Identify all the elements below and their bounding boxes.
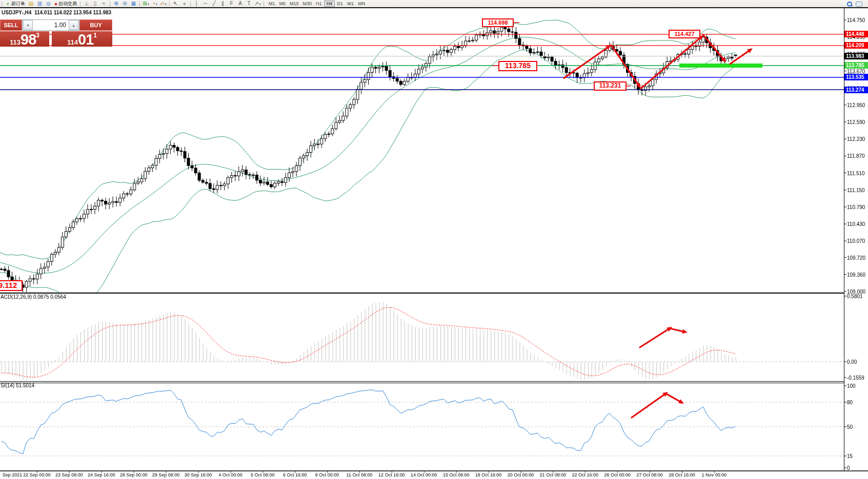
price-axis-tick: 110.790 [847, 204, 865, 210]
time-axis-label: 5 Oct 08:00 [251, 472, 275, 477]
sell-price-point: 3 [36, 32, 39, 38]
horizontal-line-icon[interactable]: ─ [201, 1, 210, 7]
rsi-axis-tick: 50 [847, 424, 853, 430]
dropdown-caret-icon[interactable]: ▾ [156, 3, 157, 6]
time-axis-label: 30 Sep 16:00 [185, 472, 212, 477]
zoom-out-icon[interactable]: ⊖ [120, 1, 129, 7]
price-annotation-box[interactable]: 114.427 [669, 30, 700, 38]
timeframe-button-d1[interactable]: D1 [335, 1, 345, 7]
new-chart-icon[interactable]: ⊞▾ [142, 1, 150, 7]
time-axis-label: 29 Sep 08:00 [152, 472, 180, 477]
autotrading-button[interactable]: ●自动交易 [53, 1, 78, 7]
data-window-icon[interactable]: ▥ [35, 1, 44, 7]
timeframe-button-m1[interactable]: M1 [267, 1, 277, 7]
volume-decrease-button[interactable]: ▼ [23, 20, 33, 30]
price-badge: 113.785 [844, 62, 868, 69]
rsi-indicator-label: SI(14) 51.5014 [1, 383, 34, 388]
toolbar-separator [110, 1, 110, 7]
toolbar-separator [139, 1, 140, 7]
timeframe-button-h4[interactable]: H4 [324, 1, 335, 7]
dropdown-caret-icon[interactable]: ▾ [165, 3, 166, 6]
buy-price-figure: 114 [67, 38, 78, 46]
rsi-axis-tick: 0 [847, 465, 850, 471]
sell-button[interactable]: SELL [0, 19, 22, 31]
crosshair-icon[interactable]: ＋ [180, 1, 189, 7]
vertical-line-icon[interactable]: │ [192, 1, 201, 7]
chat-bubble-icon [856, 2, 862, 7]
tile-windows-icon[interactable]: ▦ [129, 1, 138, 7]
line-chart-icon[interactable]: ≈ [99, 1, 108, 7]
macd-axis-tick: 0.5801 [847, 294, 863, 299]
zoom-in-icon[interactable]: ⊕ [112, 1, 120, 7]
dropdown-caret-icon[interactable]: ▾ [148, 3, 149, 6]
time-axis-label: 26 Oct 00:00 [604, 472, 631, 477]
rsi-axis-tick: 15 [847, 453, 853, 459]
buy-price[interactable]: 114011 [52, 31, 112, 47]
autotrading-button-label: 自动交易 [58, 1, 77, 7]
timeframe-button-m5[interactable]: M5 [277, 1, 288, 7]
volume-value[interactable]: 1.00 [33, 22, 68, 29]
price-annotation-box[interactable]: 114.698 [482, 18, 514, 27]
price-axis-tick: 111.870 [847, 153, 865, 159]
candlestick-chart-icon[interactable]: ▯ [91, 1, 99, 7]
price-annotation-box[interactable]: 113.785 [498, 61, 537, 71]
price-annotation-box[interactable]: 113.231 [594, 81, 627, 91]
time-axis-label: 23 Sep 08:00 [55, 472, 83, 477]
sell-price-figure: 113 [10, 38, 21, 46]
timeframe-button-h1[interactable]: H1 [314, 1, 324, 7]
time-axis-label: 20 Oct 00:00 [508, 472, 534, 477]
price-axis-tick: 112.590 [847, 119, 865, 125]
time-axis-label: 24 Sep 16:00 [88, 472, 115, 477]
time-axis-label: 15 Oct 08:00 [443, 472, 470, 477]
sell-price-pips: 98 [21, 33, 36, 47]
equidistant-channel-icon[interactable]: ∥ [218, 1, 227, 7]
price-badge: 113.274 [844, 87, 868, 93]
time-axis-label: 11 Oct 08:00 [347, 472, 373, 477]
chart-title: USDJPY-,H4 114.011 114.022 113.954 113.9… [2, 10, 111, 15]
dropdown-caret-icon[interactable]: ▾ [259, 3, 261, 6]
market-watch-icon[interactable]: ▤ [27, 1, 35, 7]
price-badge: 113.535 [844, 74, 868, 80]
time-axis-label: 28 Oct 16:00 [669, 472, 695, 477]
chat-icon[interactable]: 1 [856, 1, 864, 7]
fibonacci-icon[interactable]: F [227, 1, 236, 7]
one-click-trading-panel: SELL ▼ 1.00 ▲ BUY 113983 114011 [0, 19, 112, 47]
price-annotation-box[interactable]: 9.112 [0, 280, 23, 291]
toolbar-separator [169, 1, 170, 7]
price-badge: 113.983 [844, 53, 868, 59]
timeframe-toolbar: M1M5M15M30H1H4D1W1MN [267, 1, 367, 7]
new-order-button[interactable]: ＋新订单 [4, 1, 27, 7]
rsi-axis-tick: 80 [847, 400, 853, 405]
cursor-icon[interactable]: ↖ [171, 1, 180, 7]
buy-price-pips: 01 [78, 33, 93, 47]
price-axis-tick: 109.360 [847, 272, 865, 277]
templates-icon[interactable]: ▱▾ [159, 1, 168, 7]
timeframe-button-m30[interactable]: M30 [301, 1, 314, 7]
time-axis-label: 22 Sep 00:00 [23, 472, 51, 477]
trendline-icon[interactable]: ╱ [210, 1, 218, 7]
profiles-icon[interactable]: ◔▾ [150, 1, 159, 7]
macd-indicator-label: ACD(12,26,9) 0.0875 0.0564 [1, 294, 66, 300]
time-axis-label: 21 Oct 08:00 [540, 472, 567, 477]
timeframe-button-w1[interactable]: W1 [345, 1, 356, 7]
text-label-icon[interactable]: T [245, 1, 253, 7]
sell-price[interactable]: 113983 [0, 31, 49, 47]
signals-icon[interactable]: ◎ [44, 1, 53, 7]
price-axis-tick: 114.750 [847, 17, 865, 23]
rsi-axis-tick: 100 [847, 383, 856, 389]
bar-chart-icon[interactable]: ⊥ [82, 1, 91, 7]
text-icon[interactable]: A [236, 1, 245, 7]
buy-button[interactable]: BUY [79, 19, 112, 31]
search-icon[interactable] [846, 1, 853, 7]
price-axis-tick: 110.430 [847, 221, 865, 227]
timeframe-button-m15[interactable]: M15 [288, 1, 301, 7]
arrows-icon[interactable]: ↗▾ [253, 1, 262, 7]
time-axis-label: 28 Sep 00:00 [120, 472, 148, 477]
price-badge: 114.448 [844, 31, 868, 37]
timeframe-button-mn[interactable]: MN [356, 1, 367, 7]
volume-increase-button[interactable]: ▲ [69, 20, 78, 30]
chart-canvas[interactable] [0, 0, 868, 479]
time-axis-label: 1 Nov 00:00 [702, 472, 727, 477]
macd-axis-tick: -0.1559 [847, 375, 864, 381]
volume-box: ▼ 1.00 ▲ [22, 19, 79, 31]
